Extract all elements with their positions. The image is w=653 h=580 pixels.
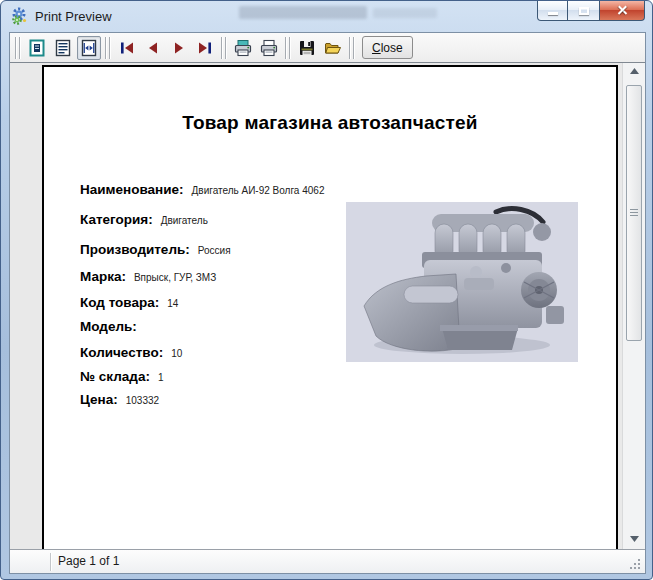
report-fields: Наименование:Двигатель АИ-92 Волга 4062 … [80,182,340,407]
first-page-button[interactable] [115,36,139,60]
field-value: Россия [198,245,231,256]
printer-setup-button[interactable] [231,36,255,60]
save-report-button[interactable] [295,36,319,60]
field-label: № склада: [80,369,150,384]
scrollbar-grip-icon [630,209,638,217]
titlebar-ghost [373,8,437,18]
field-label: Код товара: [80,295,159,310]
print-button[interactable] [257,36,281,60]
field-label: Марка: [80,269,126,284]
page-lines-icon [53,38,73,58]
close-preview-button[interactable]: Close [362,36,413,59]
window-title: Print Preview [35,9,112,24]
statusbar: Page 1 of 1 [10,549,645,573]
toolbar-separator [221,37,227,59]
field-label: Наименование: [80,182,184,197]
field-value: Двигатель [161,215,208,226]
maximize-icon [579,7,589,15]
report-title: Товар магазина автозапчастей [44,112,616,134]
field-row: Производитель:Россия [80,242,340,257]
client-area: Close Товар магазина автозапчастей Наиме… [9,32,646,574]
next-page-button[interactable] [167,36,191,60]
field-value: 103332 [126,395,159,406]
field-row: Код товара:14 [80,295,340,310]
zoom-100-button[interactable] [51,36,75,60]
field-value: 14 [167,298,178,309]
minimize-icon [548,12,558,15]
field-label: Модель: [80,319,137,334]
field-label: Категория: [80,212,153,227]
open-folder-icon [323,38,343,58]
titlebar-ghost [239,6,367,19]
toolbar-separator [349,37,355,59]
field-row: Марка:Впрыск, ГУР, ЗМЗ [80,269,340,284]
minimize-button[interactable] [537,1,568,21]
field-row: Количество:10 [80,345,340,360]
zoom-page-width-button[interactable] [77,36,101,60]
close-label-rest: lose [381,41,403,55]
previous-page-button[interactable] [141,36,165,60]
field-row: Цена:103332 [80,392,340,407]
triangle-down-icon [630,536,639,542]
field-row: Категория:Двигатель [80,212,340,227]
print-preview-window: Print Preview [0,0,653,580]
zoom-whole-page-button[interactable] [25,36,49,60]
field-label: Производитель: [80,242,190,257]
scroll-up-button[interactable] [623,63,645,79]
maximize-button[interactable] [568,1,600,21]
print-icon [259,38,279,58]
first-page-icon [117,38,137,58]
scrollbar-thumb[interactable] [626,85,642,341]
field-label: Цена: [80,392,118,407]
field-value: 1 [158,372,164,383]
page-width-icon [79,38,99,58]
engine-photo [346,202,578,362]
field-row: № склада:1 [80,369,340,384]
app-gears-icon [11,7,29,25]
field-value: Двигатель АИ-92 Волга 4062 [192,185,325,196]
titlebar[interactable]: Print Preview [1,1,652,32]
resize-grip-icon [629,558,642,571]
field-label: Количество: [80,345,163,360]
field-row: Наименование:Двигатель АИ-92 Волга 4062 [80,182,340,197]
toolbar-separator [105,37,111,59]
previous-page-icon [143,38,163,58]
scroll-down-button[interactable] [623,531,645,547]
page-count-text: Page 1 of 1 [58,554,119,568]
preview-area[interactable]: Товар магазина автозапчастей Наименовани… [10,62,645,549]
field-value: Впрыск, ГУР, ЗМЗ [134,272,216,283]
toolbar: Close [10,33,645,62]
field-value: 10 [171,348,182,359]
printer-setup-icon [233,38,253,58]
triangle-up-icon [630,68,639,74]
toolbar-separator [285,37,291,59]
whole-page-icon [27,38,47,58]
field-row: Модель: [80,319,340,334]
resize-grip[interactable] [629,557,642,570]
close-label-initial: C [372,41,381,55]
close-icon [616,4,629,17]
last-page-button[interactable] [193,36,217,60]
close-window-button[interactable] [600,1,645,21]
toolbar-grip [15,37,21,59]
save-floppy-icon [297,38,317,58]
last-page-icon [195,38,215,58]
vertical-scrollbar[interactable] [622,63,645,549]
statusbar-divider [50,553,52,571]
report-page: Товар магазина автозапчастей Наименовани… [42,65,618,549]
next-page-icon [169,38,189,58]
load-report-button[interactable] [321,36,345,60]
